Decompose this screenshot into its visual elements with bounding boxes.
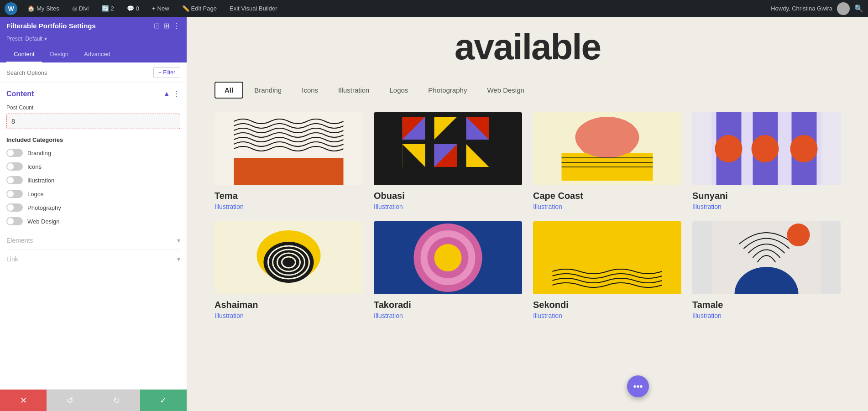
- post-count-input[interactable]: [7, 114, 180, 129]
- illustration-label: Illustration: [27, 177, 54, 184]
- tab-advanced[interactable]: Advanced: [77, 47, 118, 62]
- photography-toggle[interactable]: [6, 203, 23, 212]
- floating-action-button[interactable]: •••: [627, 375, 649, 397]
- category-item-illustration: Illustration: [6, 176, 180, 184]
- illustration-toggle[interactable]: [6, 176, 23, 184]
- branding-label: Branding: [27, 150, 51, 156]
- admin-bar-mysites[interactable]: 🏠 My Sites: [25, 4, 62, 13]
- photography-label: Photography: [27, 204, 61, 211]
- sidebar-responsive-icon[interactable]: ⊡: [154, 21, 160, 30]
- icons-label: Icons: [27, 163, 42, 170]
- link-section-title: Link: [6, 255, 18, 263]
- sidebar-tabs: Content Design Advanced: [0, 47, 187, 62]
- portfolio-thumb-ashaiman: [214, 221, 363, 294]
- portfolio-name-ashaiman: Ashaiman: [214, 300, 363, 310]
- portfolio-thumb-tema: [214, 112, 363, 185]
- undo-button[interactable]: ↺: [47, 390, 93, 411]
- logos-toggle[interactable]: [6, 190, 23, 198]
- content-section-title: Content: [6, 90, 34, 98]
- portfolio-item-sekondi[interactable]: Sekondi Illustration: [533, 221, 681, 319]
- portfolio-item-takoradi[interactable]: Takoradi Illustration: [374, 221, 522, 319]
- page-heading: available: [214, 17, 841, 82]
- post-count-input-wrap: [6, 114, 180, 129]
- wp-logo-icon[interactable]: W: [5, 2, 17, 15]
- admin-bar-edit-page[interactable]: ✏️ Edit Page: [179, 4, 220, 13]
- portfolio-cat-obuasi[interactable]: Illustration: [374, 203, 522, 210]
- sidebar-menu-icon[interactable]: ⋮: [173, 21, 180, 30]
- tab-design[interactable]: Design: [43, 47, 76, 62]
- svg-point-27: [715, 135, 743, 162]
- webdesign-toggle[interactable]: [6, 217, 23, 225]
- portfolio-cat-sunyani[interactable]: Illustration: [692, 203, 841, 210]
- portfolio-cat-tamale[interactable]: Illustration: [692, 312, 841, 319]
- svg-point-28: [752, 135, 779, 162]
- portfolio-item-ashaiman[interactable]: Ashaiman Illustration: [214, 221, 363, 319]
- portfolio-name-obuasi: Obuasi: [374, 191, 522, 201]
- filter-tab-webdesign[interactable]: Web Design: [478, 83, 533, 98]
- admin-bar-search-icon[interactable]: 🔍: [854, 4, 863, 13]
- portfolio-item-obuasi[interactable]: Obuasi Illustration: [374, 112, 522, 210]
- section-collapse-icon[interactable]: ▲: [163, 90, 170, 98]
- admin-bar-comment-count[interactable]: 💬 0: [124, 4, 142, 13]
- sidebar-title: Filterable Portfolio Settings: [6, 22, 96, 30]
- sidebar-preset[interactable]: Preset: Default ▾: [0, 35, 187, 47]
- redo-button[interactable]: ↻: [94, 390, 140, 411]
- filter-tab-photography[interactable]: Photography: [419, 83, 476, 98]
- cancel-button[interactable]: ✕: [0, 390, 47, 411]
- section-controls: ▲ ⋮: [163, 89, 180, 98]
- portfolio-cat-takoradi[interactable]: Illustration: [374, 312, 522, 319]
- link-section[interactable]: Link ▾: [6, 250, 180, 263]
- portfolio-grid: Tema Illustration: [214, 112, 841, 319]
- admin-bar-exit-builder[interactable]: Exit Visual Builder: [227, 4, 280, 13]
- sidebar-content: Content ▲ ⋮ Post Count Included Categori…: [0, 83, 187, 389]
- filter-tab-logos[interactable]: Logos: [380, 83, 417, 98]
- portfolio-item-tema[interactable]: Tema Illustration: [214, 112, 363, 210]
- svg-point-32: [264, 242, 314, 283]
- admin-bar-new[interactable]: + New: [149, 4, 172, 13]
- filter-tab-illustration[interactable]: Illustration: [329, 83, 378, 98]
- portfolio-thumb-tamale: [692, 221, 841, 294]
- tab-content[interactable]: Content: [6, 47, 42, 62]
- portfolio-name-tamale: Tamale: [692, 300, 841, 310]
- portfolio-thumb-sunyani: [692, 112, 841, 185]
- filter-tab-icons[interactable]: Icons: [293, 83, 327, 98]
- search-input[interactable]: [6, 69, 150, 76]
- preset-chevron-icon: ▾: [44, 36, 47, 42]
- sidebar-header: Filterable Portfolio Settings ⊡ ⊞ ⋮: [0, 17, 187, 35]
- user-avatar: [837, 2, 850, 15]
- portfolio-thumb-takoradi: [374, 221, 522, 294]
- sidebar-grid-icon[interactable]: ⊞: [163, 21, 169, 30]
- category-item-icons: Icons: [6, 162, 180, 171]
- admin-bar: W 🏠 My Sites ◎ Divi 🔄 2 💬 0 + New ✏️ Edi…: [0, 0, 868, 17]
- elements-section[interactable]: Elements ▾: [6, 231, 180, 244]
- portfolio-cat-sekondi[interactable]: Illustration: [533, 312, 681, 319]
- icons-toggle[interactable]: [6, 162, 23, 171]
- category-item-webdesign: Web Design: [6, 217, 180, 225]
- portfolio-name-sunyani: Sunyani: [692, 191, 841, 201]
- admin-bar-user: Howdy, Christina Gwira: [771, 5, 832, 12]
- content-section-header: Content ▲ ⋮: [6, 89, 180, 98]
- svg-point-42: [441, 251, 455, 265]
- portfolio-item-cape-coast[interactable]: Cape Coast Illustration: [533, 112, 681, 210]
- portfolio-cat-ashaiman[interactable]: Illustration: [214, 312, 363, 319]
- portfolio-cat-cape-coast[interactable]: Illustration: [533, 203, 681, 210]
- page-content: available All Branding Icons Illustratio…: [187, 17, 868, 411]
- sidebar-header-icons: ⊡ ⊞ ⋮: [154, 21, 180, 30]
- portfolio-item-sunyani[interactable]: Sunyani Illustration: [692, 112, 841, 210]
- section-options-icon[interactable]: ⋮: [173, 89, 180, 98]
- included-cats-label: Included Categories: [6, 136, 180, 143]
- floating-btn-icon: •••: [633, 381, 643, 392]
- filter-tab-all[interactable]: All: [214, 82, 243, 99]
- admin-bar-divi[interactable]: ◎ Divi: [69, 4, 92, 13]
- admin-bar-comments[interactable]: 🔄 2: [99, 4, 117, 13]
- filter-tab-branding[interactable]: Branding: [245, 83, 291, 98]
- webdesign-label: Web Design: [27, 218, 60, 225]
- filter-button[interactable]: + Filter: [153, 67, 180, 78]
- portfolio-name-sekondi: Sekondi: [533, 300, 681, 310]
- branding-toggle[interactable]: [6, 149, 23, 157]
- portfolio-item-tamale[interactable]: Tamale Illustration: [692, 221, 841, 319]
- category-item-logos: Logos: [6, 190, 180, 198]
- save-button[interactable]: ✓: [140, 390, 187, 411]
- portfolio-cat-tema[interactable]: Illustration: [214, 203, 363, 210]
- post-count-label: Post Count: [6, 104, 180, 111]
